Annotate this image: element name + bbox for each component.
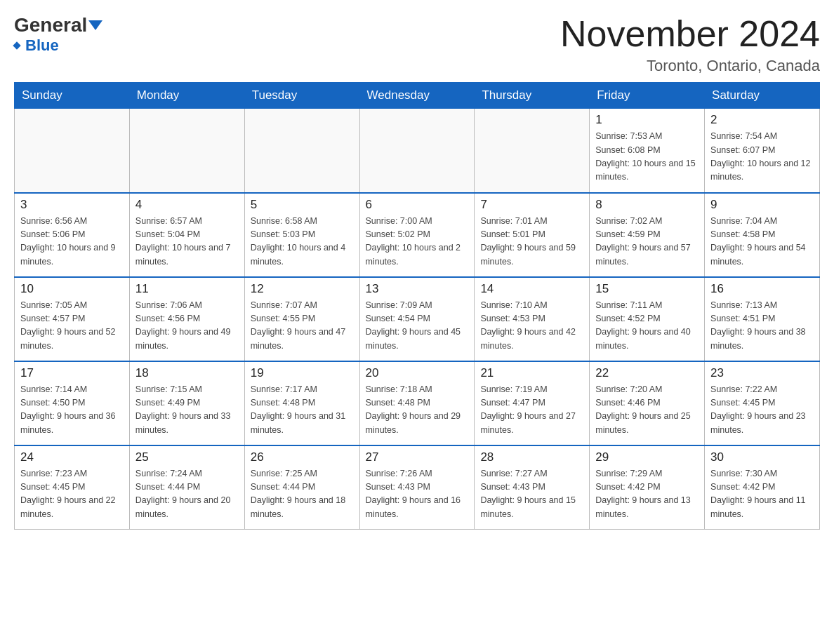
calendar-cell: 17Sunrise: 7:14 AMSunset: 4:50 PMDayligh… (15, 361, 130, 445)
sun-info: Sunrise: 7:30 AMSunset: 4:42 PMDaylight:… (710, 467, 814, 522)
calendar-cell (244, 109, 359, 193)
calendar-cell: 14Sunrise: 7:10 AMSunset: 4:53 PMDayligh… (475, 277, 590, 361)
sun-info: Sunrise: 7:00 AMSunset: 5:02 PMDaylight:… (366, 215, 469, 269)
sun-info: Sunrise: 7:18 AMSunset: 4:48 PMDaylight:… (366, 383, 469, 438)
day-number: 4 (135, 198, 239, 212)
calendar-cell: 19Sunrise: 7:17 AMSunset: 4:48 PMDayligh… (244, 361, 359, 445)
day-number: 17 (20, 366, 124, 380)
calendar-header-row: SundayMondayTuesdayWednesdayThursdayFrid… (15, 83, 820, 109)
day-number: 10 (20, 282, 124, 296)
calendar-cell: 26Sunrise: 7:25 AMSunset: 4:44 PMDayligh… (244, 445, 359, 530)
day-number: 9 (710, 198, 814, 212)
calendar-week-row: 24Sunrise: 7:23 AMSunset: 4:45 PMDayligh… (15, 445, 820, 530)
calendar-cell: 3Sunrise: 6:56 AMSunset: 5:06 PMDaylight… (15, 193, 130, 277)
calendar-cell: 2Sunrise: 7:54 AMSunset: 6:07 PMDaylight… (705, 109, 820, 193)
calendar-cell: 12Sunrise: 7:07 AMSunset: 4:55 PMDayligh… (244, 277, 359, 361)
day-number: 26 (251, 450, 354, 464)
day-number: 21 (480, 366, 583, 380)
calendar-cell: 23Sunrise: 7:22 AMSunset: 4:45 PMDayligh… (705, 361, 820, 445)
sun-info: Sunrise: 7:20 AMSunset: 4:46 PMDaylight:… (595, 383, 699, 438)
calendar-cell: 5Sunrise: 6:58 AMSunset: 5:03 PMDaylight… (244, 193, 359, 277)
calendar-cell: 16Sunrise: 7:13 AMSunset: 4:51 PMDayligh… (705, 277, 820, 361)
calendar-cell: 28Sunrise: 7:27 AMSunset: 4:43 PMDayligh… (475, 445, 590, 530)
day-number: 11 (135, 282, 239, 296)
sun-info: Sunrise: 7:29 AMSunset: 4:42 PMDaylight:… (595, 467, 699, 522)
weekday-header-thursday: Thursday (475, 83, 590, 109)
calendar-week-row: 3Sunrise: 6:56 AMSunset: 5:06 PMDaylight… (15, 193, 820, 277)
sun-info: Sunrise: 7:06 AMSunset: 4:56 PMDaylight:… (135, 299, 239, 354)
day-number: 23 (710, 366, 814, 380)
sun-info: Sunrise: 7:23 AMSunset: 4:45 PMDaylight:… (20, 467, 124, 522)
day-number: 20 (366, 366, 469, 380)
sun-info: Sunrise: 7:22 AMSunset: 4:45 PMDaylight:… (710, 383, 814, 438)
calendar-cell: 13Sunrise: 7:09 AMSunset: 4:54 PMDayligh… (359, 277, 475, 361)
sun-info: Sunrise: 7:54 AMSunset: 6:07 PMDaylight:… (710, 130, 814, 185)
logo-arrow-icon (88, 20, 102, 30)
day-number: 3 (20, 198, 124, 212)
day-number: 13 (366, 282, 469, 296)
sun-info: Sunrise: 6:56 AMSunset: 5:06 PMDaylight:… (20, 215, 124, 269)
month-title: November 2024 (560, 14, 820, 54)
sun-info: Sunrise: 7:07 AMSunset: 4:55 PMDaylight:… (251, 299, 354, 354)
calendar-cell: 10Sunrise: 7:05 AMSunset: 4:57 PMDayligh… (15, 277, 130, 361)
sun-info: Sunrise: 7:05 AMSunset: 4:57 PMDaylight:… (20, 299, 124, 354)
sun-info: Sunrise: 7:17 AMSunset: 4:48 PMDaylight:… (251, 383, 354, 438)
title-section: November 2024 Toronto, Ontario, Canada (560, 14, 820, 75)
calendar-cell: 6Sunrise: 7:00 AMSunset: 5:02 PMDaylight… (359, 193, 475, 277)
day-number: 5 (251, 198, 354, 212)
calendar-cell: 20Sunrise: 7:18 AMSunset: 4:48 PMDayligh… (359, 361, 475, 445)
calendar-cell: 22Sunrise: 7:20 AMSunset: 4:46 PMDayligh… (590, 361, 705, 445)
weekday-header-wednesday: Wednesday (359, 83, 475, 109)
weekday-header-saturday: Saturday (705, 83, 820, 109)
sun-info: Sunrise: 7:25 AMSunset: 4:44 PMDaylight:… (251, 467, 354, 522)
calendar-week-row: 17Sunrise: 7:14 AMSunset: 4:50 PMDayligh… (15, 361, 820, 445)
day-number: 7 (480, 198, 583, 212)
calendar-cell: 21Sunrise: 7:19 AMSunset: 4:47 PMDayligh… (475, 361, 590, 445)
day-number: 29 (595, 450, 699, 464)
calendar-cell: 15Sunrise: 7:11 AMSunset: 4:52 PMDayligh… (590, 277, 705, 361)
sun-info: Sunrise: 7:11 AMSunset: 4:52 PMDaylight:… (595, 299, 699, 354)
calendar-cell: 25Sunrise: 7:24 AMSunset: 4:44 PMDayligh… (129, 445, 244, 530)
calendar-table: SundayMondayTuesdayWednesdayThursdayFrid… (14, 82, 820, 530)
day-number: 16 (710, 282, 814, 296)
sun-info: Sunrise: 7:26 AMSunset: 4:43 PMDaylight:… (366, 467, 469, 522)
sun-info: Sunrise: 7:24 AMSunset: 4:44 PMDaylight:… (135, 467, 239, 522)
sun-info: Sunrise: 7:04 AMSunset: 4:58 PMDaylight:… (710, 215, 814, 269)
calendar-cell: 24Sunrise: 7:23 AMSunset: 4:45 PMDayligh… (15, 445, 130, 530)
sun-info: Sunrise: 7:27 AMSunset: 4:43 PMDaylight:… (480, 467, 583, 522)
location-title: Toronto, Ontario, Canada (560, 57, 820, 75)
logo: General Blue (14, 14, 102, 55)
sun-info: Sunrise: 7:19 AMSunset: 4:47 PMDaylight:… (480, 383, 583, 438)
sun-info: Sunrise: 6:58 AMSunset: 5:03 PMDaylight:… (251, 215, 354, 269)
logo-diamond-icon (13, 41, 20, 49)
sun-info: Sunrise: 7:02 AMSunset: 4:59 PMDaylight:… (595, 215, 699, 269)
calendar-cell: 4Sunrise: 6:57 AMSunset: 5:04 PMDaylight… (129, 193, 244, 277)
day-number: 18 (135, 366, 239, 380)
calendar-cell: 18Sunrise: 7:15 AMSunset: 4:49 PMDayligh… (129, 361, 244, 445)
weekday-header-friday: Friday (590, 83, 705, 109)
day-number: 2 (710, 113, 814, 127)
weekday-header-monday: Monday (129, 83, 244, 109)
calendar-cell (359, 109, 475, 193)
day-number: 12 (251, 282, 354, 296)
sun-info: Sunrise: 7:10 AMSunset: 4:53 PMDaylight:… (480, 299, 583, 354)
calendar-cell: 11Sunrise: 7:06 AMSunset: 4:56 PMDayligh… (129, 277, 244, 361)
sun-info: Sunrise: 7:01 AMSunset: 5:01 PMDaylight:… (480, 215, 583, 269)
day-number: 27 (366, 450, 469, 464)
sun-info: Sunrise: 7:14 AMSunset: 4:50 PMDaylight:… (20, 383, 124, 438)
day-number: 24 (20, 450, 124, 464)
day-number: 19 (251, 366, 354, 380)
calendar-cell (475, 109, 590, 193)
calendar-cell: 27Sunrise: 7:26 AMSunset: 4:43 PMDayligh… (359, 445, 475, 530)
weekday-header-tuesday: Tuesday (244, 83, 359, 109)
logo-general-text: General (14, 14, 102, 36)
weekday-header-sunday: Sunday (15, 83, 130, 109)
sun-info: Sunrise: 7:53 AMSunset: 6:08 PMDaylight:… (595, 130, 699, 185)
day-number: 28 (480, 450, 583, 464)
calendar-week-row: 1Sunrise: 7:53 AMSunset: 6:08 PMDaylight… (15, 109, 820, 193)
day-number: 22 (595, 366, 699, 380)
day-number: 14 (480, 282, 583, 296)
calendar-cell: 29Sunrise: 7:29 AMSunset: 4:42 PMDayligh… (590, 445, 705, 530)
day-number: 8 (595, 198, 699, 212)
logo-general-label: General (14, 14, 87, 36)
